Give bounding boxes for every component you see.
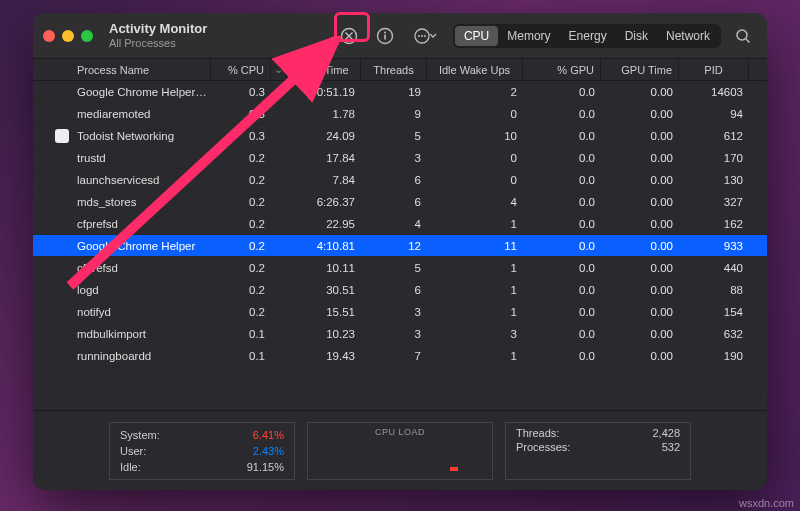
cell-process-name: launchservicesd	[33, 169, 211, 190]
table-row[interactable]: notifyd0.215.51310.00.00154	[33, 301, 767, 323]
cell-threads: 12	[361, 235, 427, 256]
svg-point-8	[421, 35, 423, 37]
table-row[interactable]: mdbulkimport0.110.23330.00.00632	[33, 323, 767, 345]
cell-process-name: mediaremoted	[33, 103, 211, 124]
cell-gpu-time: 0.00	[601, 147, 679, 168]
col-pid[interactable]: PID	[679, 59, 749, 80]
table-row[interactable]: cfprefsd0.210.11510.00.00440	[33, 257, 767, 279]
col-idle-wakeups[interactable]: Idle Wake Ups	[427, 59, 523, 80]
cell-gpu-time: 0.00	[601, 257, 679, 278]
cell-idle-wakeups: 0	[427, 147, 523, 168]
cell-cpu-percent: 0.2	[211, 191, 271, 212]
cell-cpu-time: 1.78	[287, 103, 361, 124]
cell-idle-wakeups: 0	[427, 169, 523, 190]
svg-line-11	[746, 39, 750, 43]
table-row[interactable]: cfprefsd0.222.95410.00.00162	[33, 213, 767, 235]
cell-cpu-time: 22.95	[287, 213, 361, 234]
cell-cpu-percent: 0.2	[211, 213, 271, 234]
cell-pid: 154	[679, 301, 749, 322]
cell-gpu-percent: 0.0	[523, 323, 601, 344]
minimize-window-button[interactable]	[62, 30, 74, 42]
cell-cpu-percent: 0.3	[211, 125, 271, 146]
table-row[interactable]: mds_stores0.26:26.37640.00.00327	[33, 191, 767, 213]
cell-gpu-percent: 0.0	[523, 191, 601, 212]
table-row[interactable]: mediaremoted0.31.78900.00.0094	[33, 103, 767, 125]
col-process-name[interactable]: Process Name	[33, 59, 211, 80]
cell-process-name: Google Chrome Helper…	[33, 81, 211, 102]
cell-gpu-percent: 0.0	[523, 279, 601, 300]
inspect-process-button[interactable]	[371, 24, 399, 48]
cell-idle-wakeups: 3	[427, 323, 523, 344]
tab-energy[interactable]: Energy	[560, 26, 616, 46]
cell-idle-wakeups: 1	[427, 345, 523, 366]
cell-pid: 933	[679, 235, 749, 256]
cell-threads: 3	[361, 147, 427, 168]
toolbar: Activity Monitor All Processes CPU Memor…	[33, 13, 767, 59]
col-cpu-time[interactable]: CPU Time	[287, 59, 361, 80]
cell-gpu-percent: 0.0	[523, 125, 601, 146]
cell-process-name: Todoist Networking	[33, 125, 211, 146]
cell-threads: 3	[361, 323, 427, 344]
cell-gpu-percent: 0.0	[523, 213, 601, 234]
cell-cpu-percent: 0.3	[211, 103, 271, 124]
cell-process-name: mds_stores	[33, 191, 211, 212]
cell-cpu-time: 7.84	[287, 169, 361, 190]
cell-cpu-percent: 0.1	[211, 323, 271, 344]
cell-gpu-time: 0.00	[601, 103, 679, 124]
user-label: User:	[120, 445, 146, 457]
cell-pid: 88	[679, 279, 749, 300]
cell-gpu-time: 0.00	[601, 191, 679, 212]
process-table-body[interactable]: Google Chrome Helper…0.330:51.191920.00.…	[33, 81, 767, 410]
col-gpu-percent[interactable]: % GPU	[523, 59, 601, 80]
cell-pid: 190	[679, 345, 749, 366]
cell-gpu-time: 0.00	[601, 345, 679, 366]
cell-cpu-percent: 0.3	[211, 81, 271, 102]
table-row[interactable]: logd0.230.51610.00.0088	[33, 279, 767, 301]
zoom-window-button[interactable]	[81, 30, 93, 42]
cell-pid: 162	[679, 213, 749, 234]
counts-panel: Threads:2,428 Processes:532	[505, 422, 691, 480]
table-row[interactable]: runningboardd0.119.43710.00.00190	[33, 345, 767, 367]
cell-idle-wakeups: 0	[427, 103, 523, 124]
cell-process-name: notifyd	[33, 301, 211, 322]
cell-threads: 6	[361, 191, 427, 212]
cell-idle-wakeups: 10	[427, 125, 523, 146]
cell-threads: 7	[361, 345, 427, 366]
table-row[interactable]: Google Chrome Helper…0.330:51.191920.00.…	[33, 81, 767, 103]
cell-idle-wakeups: 1	[427, 279, 523, 300]
tab-disk[interactable]: Disk	[616, 26, 657, 46]
tab-memory[interactable]: Memory	[498, 26, 559, 46]
cell-process-name: cfprefsd	[33, 257, 211, 278]
table-row[interactable]: Todoist Networking0.324.095100.00.00612	[33, 125, 767, 147]
table-row[interactable]: trustd0.217.84300.00.00170	[33, 147, 767, 169]
system-label: System:	[120, 429, 160, 441]
cell-gpu-percent: 0.0	[523, 169, 601, 190]
svg-point-9	[424, 35, 426, 37]
table-row[interactable]: Google Chrome Helper0.24:10.8112110.00.0…	[33, 235, 767, 257]
cell-cpu-time: 30:51.19	[287, 81, 361, 102]
close-window-button[interactable]	[43, 30, 55, 42]
cell-cpu-time: 4:10.81	[287, 235, 361, 256]
tab-cpu[interactable]: CPU	[455, 26, 498, 46]
col-threads[interactable]: Threads	[361, 59, 427, 80]
svg-point-10	[737, 30, 747, 40]
cell-gpu-time: 0.00	[601, 323, 679, 344]
table-row[interactable]: launchservicesd0.27.84600.00.00130	[33, 169, 767, 191]
app-icon	[55, 129, 69, 143]
cell-cpu-time: 6:26.37	[287, 191, 361, 212]
cell-threads: 9	[361, 103, 427, 124]
cell-idle-wakeups: 4	[427, 191, 523, 212]
cell-threads: 5	[361, 125, 427, 146]
cell-gpu-time: 0.00	[601, 169, 679, 190]
svg-point-4	[384, 31, 386, 33]
col-cpu-percent[interactable]: % CPU	[211, 59, 271, 80]
search-button[interactable]	[729, 24, 757, 48]
tab-network[interactable]: Network	[657, 26, 719, 46]
idle-label: Idle:	[120, 461, 141, 473]
cell-threads: 6	[361, 279, 427, 300]
cell-cpu-percent: 0.2	[211, 301, 271, 322]
options-menu-button[interactable]	[407, 24, 445, 48]
cell-gpu-time: 0.00	[601, 81, 679, 102]
col-gpu-time[interactable]: GPU Time	[601, 59, 679, 80]
cell-pid: 170	[679, 147, 749, 168]
